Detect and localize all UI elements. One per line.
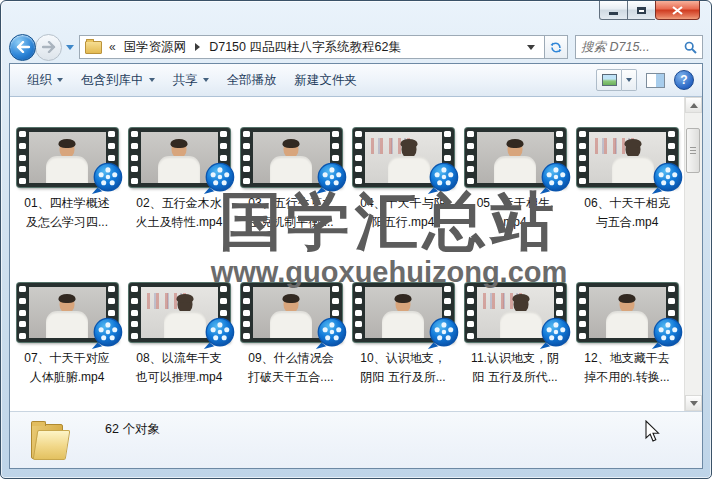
file-item[interactable]: 05、天干相生. mp4 [459, 128, 571, 283]
status-bar: 62 个对象 [10, 411, 702, 468]
chevron-down-icon [203, 78, 209, 82]
window-controls [599, 1, 700, 20]
file-item[interactable]: 02、五行金木水 火土及特性.mp4 [123, 128, 235, 283]
video-player-badge-icon [426, 161, 460, 195]
video-player-badge-icon [650, 316, 684, 350]
file-list-area[interactable]: 01、四柱学概述 及怎么学习四... [10, 97, 702, 411]
person-torso [494, 156, 536, 183]
view-thumbnail-icon [602, 74, 617, 86]
scroll-up-button[interactable] [685, 97, 702, 113]
file-name[interactable]: 04、十天干与阴 阳五行.mp4 [348, 194, 458, 232]
file-name[interactable]: 03、五行生克之 生克机制平衡.... [236, 194, 346, 232]
explorer-window: « 国学资源网 D7150 四品四柱八字系统教程62集 搜索 D715... [0, 0, 712, 479]
person-torso [270, 311, 312, 338]
person-torso [382, 311, 424, 338]
video-thumbnail [465, 283, 566, 342]
filmstrip-holes-left [19, 131, 27, 184]
video-thumbnail [17, 283, 118, 342]
search-box[interactable]: 搜索 D715... [575, 35, 703, 59]
file-item[interactable]: 03、五行生克之 生克机制平衡.... [235, 128, 347, 283]
refresh-button[interactable] [545, 35, 568, 59]
video-player-badge-icon [90, 316, 124, 350]
command-toolbar: 组织 包含到库中 共享 全部播放 新建文件夹 [10, 64, 702, 97]
video-thumbnail [465, 128, 566, 187]
scroll-down-button[interactable] [685, 395, 702, 411]
video-thumbnail [353, 283, 454, 342]
file-name[interactable]: 06、十天干相克 与五合.mp4 [572, 194, 682, 232]
file-item[interactable]: 10、认识地支， 阴阳 五行及所... [347, 283, 459, 411]
address-bar[interactable]: « 国学资源网 D7150 四品四柱八字系统教程62集 [79, 35, 545, 59]
person-torso [606, 311, 648, 338]
video-thumbnail [129, 128, 230, 187]
file-name[interactable]: 12、地支藏干去 掉不用的.转换... [572, 349, 682, 387]
folder-icon [85, 41, 102, 54]
organize-button[interactable]: 组织 [18, 67, 72, 94]
video-thumbnail [129, 283, 230, 342]
close-icon [672, 6, 683, 15]
person-torso [164, 311, 206, 338]
search-icon[interactable] [684, 41, 697, 54]
include-in-library-button[interactable]: 包含到库中 [72, 67, 164, 94]
file-name[interactable]: 11.认识地支，阴 阳 五行及所代... [460, 349, 570, 387]
search-input[interactable]: 搜索 D715... [581, 39, 684, 56]
breadcrumb-root[interactable]: 国学资源网 [119, 36, 192, 59]
video-thumbnail [353, 128, 454, 187]
video-player-badge-icon [650, 161, 684, 195]
video-player-badge-icon [538, 316, 572, 350]
address-dropdown-icon[interactable] [527, 45, 535, 50]
file-name[interactable]: 09、什么情况会 打破天干五合.... [236, 349, 346, 387]
breadcrumb-overflow-chevron[interactable]: « [106, 40, 119, 54]
share-button[interactable]: 共享 [164, 67, 218, 94]
video-player-badge-icon [90, 161, 124, 195]
filmstrip-holes-left [131, 131, 139, 184]
change-view-dropdown[interactable] [622, 69, 637, 91]
maximize-button[interactable] [628, 1, 655, 20]
back-button[interactable] [9, 34, 36, 61]
navigation-bar: « 国学资源网 D7150 四品四柱八字系统教程62集 搜索 D715... [1, 31, 711, 63]
views-group [596, 69, 637, 91]
close-button[interactable] [655, 1, 700, 20]
file-item[interactable]: 01、四柱学概述 及怎么学习四... [11, 128, 123, 283]
title-bar[interactable] [1, 1, 711, 31]
breadcrumb-separator-icon[interactable] [195, 43, 200, 51]
forward-arrow-icon [42, 41, 56, 53]
person-torso [46, 311, 88, 338]
person-torso [46, 156, 88, 183]
arrow-up-icon [690, 103, 698, 108]
forward-button[interactable] [35, 34, 62, 61]
scrollbar-thumb[interactable] [686, 128, 700, 173]
file-item[interactable]: 07、十天干对应 人体脏腑.mp4 [11, 283, 123, 411]
file-name[interactable]: 08、以流年干支 也可以推理.mp4 [124, 349, 234, 387]
share-label: 共享 [173, 72, 198, 89]
video-player-badge-icon [202, 316, 236, 350]
new-folder-button[interactable]: 新建文件夹 [286, 67, 367, 94]
vertical-scrollbar[interactable] [684, 97, 702, 411]
file-name[interactable]: 07、十天干对应 人体脏腑.mp4 [12, 349, 122, 387]
help-button[interactable]: ? [674, 70, 694, 90]
video-thumbnail [577, 128, 678, 187]
filmstrip-holes-left [355, 286, 363, 339]
recent-pages-chevron[interactable] [66, 45, 74, 50]
file-item[interactable]: 12、地支藏干去 掉不用的.转换... [571, 283, 683, 411]
file-name[interactable]: 02、五行金木水 火土及特性.mp4 [124, 194, 234, 232]
file-item[interactable]: 04、十天干与阴 阳五行.mp4 [347, 128, 459, 283]
minimize-icon [609, 12, 618, 15]
maximize-icon [637, 7, 646, 14]
file-item[interactable]: 09、什么情况会 打破天干五合.... [235, 283, 347, 411]
file-item[interactable]: 08、以流年干支 也可以推理.mp4 [123, 283, 235, 411]
file-item[interactable]: 11.认识地支，阴 阳 五行及所代... [459, 283, 571, 411]
file-name[interactable]: 10、认识地支， 阴阳 五行及所... [348, 349, 458, 387]
breadcrumb-current[interactable]: D7150 四品四柱八字系统教程62集 [204, 36, 406, 59]
play-all-button[interactable]: 全部播放 [218, 67, 286, 94]
minimize-button[interactable] [599, 1, 628, 20]
organize-label: 组织 [27, 72, 52, 89]
person-torso [158, 156, 200, 183]
video-player-badge-icon [314, 316, 348, 350]
change-view-button[interactable] [596, 69, 622, 91]
file-name[interactable]: 01、四柱学概述 及怎么学习四... [12, 194, 122, 232]
play-all-label: 全部播放 [227, 72, 277, 89]
file-item[interactable]: 06、十天干相克 与五合.mp4 [571, 128, 683, 283]
include-in-library-label: 包含到库中 [81, 72, 144, 89]
preview-pane-button[interactable] [646, 73, 665, 88]
file-name[interactable]: 05、天干相生. mp4 [460, 194, 570, 232]
